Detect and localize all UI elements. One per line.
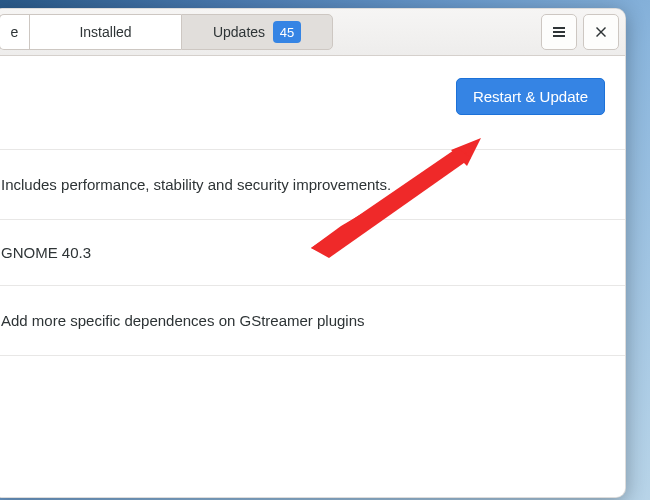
hamburger-icon	[551, 24, 567, 40]
updates-content[interactable]: Restart & Update Includes performance, s…	[0, 56, 625, 497]
update-item-desc: Includes performance, stability and secu…	[1, 176, 391, 193]
update-item-desc: Add more specific dependences on GStream…	[1, 312, 365, 329]
software-window: e Installed Updates 45 Restart & Update …	[0, 8, 626, 498]
close-icon	[594, 25, 608, 39]
tab-explore[interactable]: e	[0, 14, 29, 50]
hamburger-menu-button[interactable]	[541, 14, 577, 50]
restart-update-button[interactable]: Restart & Update	[456, 78, 605, 115]
update-item[interactable]: GNOME 40.3	[0, 219, 625, 285]
update-item-desc: GNOME 40.3	[1, 244, 91, 261]
update-item[interactable]	[0, 355, 625, 408]
updates-count-badge: 45	[273, 21, 301, 43]
update-item[interactable]: Add more specific dependences on GStream…	[0, 285, 625, 355]
close-window-button[interactable]	[583, 14, 619, 50]
tab-installed[interactable]: Installed	[29, 14, 181, 50]
action-row: Restart & Update	[0, 56, 625, 127]
tab-installed-label: Installed	[79, 24, 131, 40]
tab-updates-label: Updates	[213, 24, 265, 40]
tab-updates[interactable]: Updates 45	[181, 14, 333, 50]
tab-switcher: e Installed Updates 45	[0, 14, 333, 50]
update-item[interactable]: Includes performance, stability and secu…	[0, 149, 625, 219]
tab-explore-label: e	[11, 24, 19, 40]
headerbar: e Installed Updates 45	[0, 9, 625, 56]
